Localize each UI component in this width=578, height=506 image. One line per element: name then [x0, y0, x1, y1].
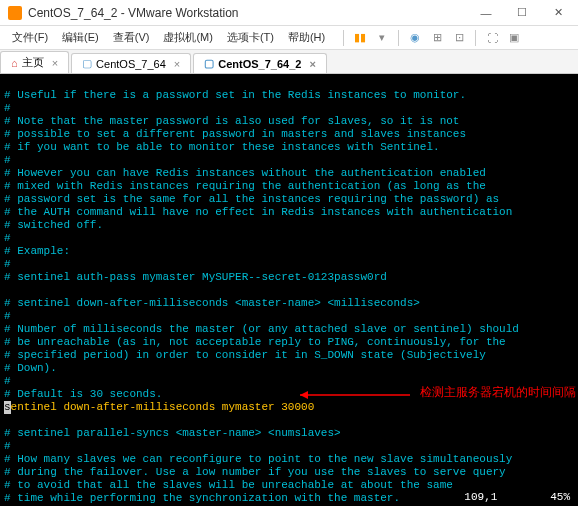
- close-icon[interactable]: ×: [309, 58, 315, 70]
- terminal-line: # switched off.: [4, 219, 103, 231]
- unity-icon[interactable]: ▣: [506, 30, 522, 46]
- terminal-line: # time while performing the synchronizat…: [4, 492, 400, 504]
- terminal-line: # specified period) in order to consider…: [4, 349, 486, 361]
- close-icon[interactable]: ×: [52, 57, 58, 69]
- scroll-percent: 45%: [550, 491, 570, 503]
- terminal[interactable]: # Useful if there is a password set in t…: [0, 74, 578, 506]
- menu-help[interactable]: 帮助(H): [282, 28, 331, 47]
- terminal-line: # if you want to be able to monitor thes…: [4, 141, 440, 153]
- close-button[interactable]: ✕: [546, 3, 570, 23]
- minimize-button[interactable]: —: [474, 3, 498, 23]
- terminal-line: #: [4, 232, 11, 244]
- terminal-cursor-char: s: [4, 401, 11, 414]
- separator: [398, 30, 399, 46]
- annotation-text: 检测主服务器宕机的时间间隔: [420, 386, 576, 399]
- terminal-line: # Example:: [4, 245, 70, 257]
- maximize-button[interactable]: ☐: [510, 3, 534, 23]
- terminal-line: # be unreachable (as in, not acceptable …: [4, 336, 506, 348]
- separator: [343, 30, 344, 46]
- vm-icon: ▢: [82, 57, 92, 70]
- terminal-line: # sentinel parallel-syncs <master-name> …: [4, 427, 341, 439]
- close-icon[interactable]: ×: [174, 58, 180, 70]
- app-icon: [8, 6, 22, 20]
- tab-label: CentOS_7_64_2: [218, 58, 301, 70]
- menu-tabs[interactable]: 选项卡(T): [221, 28, 280, 47]
- terminal-line: # password set is the same for all the i…: [4, 193, 499, 205]
- terminal-line: # Down).: [4, 362, 57, 374]
- window-controls: — ☐ ✕: [474, 3, 570, 23]
- tab-label: CentOS_7_64: [96, 58, 166, 70]
- menu-file[interactable]: 文件(F): [6, 28, 54, 47]
- terminal-line: # Note that the master password is also …: [4, 115, 459, 127]
- terminal-line: # Default is 30 seconds.: [4, 388, 162, 400]
- terminal-highlighted-line: entinel down-after-milliseconds mymaster…: [11, 401, 315, 413]
- terminal-line: # to avoid that all the slaves will be u…: [4, 479, 453, 491]
- annotation-arrow: [300, 388, 420, 402]
- terminal-line: # How many slaves we can reconfigure to …: [4, 453, 512, 465]
- tool-icon[interactable]: ⊡: [451, 30, 467, 46]
- menu-vm[interactable]: 虚拟机(M): [157, 28, 219, 47]
- terminal-line: # Useful if there is a password set in t…: [4, 89, 466, 101]
- tab-vm2[interactable]: ▢ CentOS_7_64_2 ×: [193, 53, 327, 73]
- vm-icon: ▢: [204, 57, 214, 70]
- window-title: CentOS_7_64_2 - VMware Workstation: [28, 6, 474, 20]
- tab-vm1[interactable]: ▢ CentOS_7_64 ×: [71, 53, 191, 73]
- menu-edit[interactable]: 编辑(E): [56, 28, 105, 47]
- svg-marker-1: [300, 391, 308, 399]
- toolbar: ▮▮ ▾ ◉ ⊞ ⊡ ⛶ ▣: [341, 30, 522, 46]
- terminal-line: # sentinel auth-pass mymaster MySUPER--s…: [4, 271, 387, 283]
- fullscreen-icon[interactable]: ⛶: [484, 30, 500, 46]
- terminal-line: # Number of milliseconds the master (or …: [4, 323, 519, 335]
- snapshot-icon[interactable]: ◉: [407, 30, 423, 46]
- window-titlebar: CentOS_7_64_2 - VMware Workstation — ☐ ✕: [0, 0, 578, 26]
- terminal-line: # However you can have Redis instances w…: [4, 167, 486, 179]
- vim-status-bar: 109,1 45%: [451, 478, 570, 504]
- terminal-line: # sentinel down-after-milliseconds <mast…: [4, 297, 420, 309]
- terminal-line: #: [4, 102, 11, 114]
- terminal-line: # the AUTH command will have no effect i…: [4, 206, 512, 218]
- terminal-line: # mixed with Redis instances requiring t…: [4, 180, 486, 192]
- pause-icon[interactable]: ▮▮: [352, 30, 368, 46]
- tab-label: 主页: [22, 55, 44, 70]
- menu-view[interactable]: 查看(V): [107, 28, 156, 47]
- terminal-line: #: [4, 440, 11, 452]
- tab-home[interactable]: ⌂ 主页 ×: [0, 51, 69, 73]
- tabbar: ⌂ 主页 × ▢ CentOS_7_64 × ▢ CentOS_7_64_2 ×: [0, 50, 578, 74]
- cursor-position: 109,1: [464, 491, 497, 503]
- menubar: 文件(F) 编辑(E) 查看(V) 虚拟机(M) 选项卡(T) 帮助(H) ▮▮…: [0, 26, 578, 50]
- tool-icon[interactable]: ⊞: [429, 30, 445, 46]
- terminal-line: #: [4, 258, 11, 270]
- separator: [475, 30, 476, 46]
- home-icon: ⌂: [11, 57, 18, 69]
- terminal-line: # during the failover. Use a low number …: [4, 466, 506, 478]
- terminal-line: #: [4, 375, 11, 387]
- terminal-line: # possible to set a different password i…: [4, 128, 466, 140]
- dropdown-icon[interactable]: ▾: [374, 30, 390, 46]
- terminal-line: #: [4, 310, 11, 322]
- terminal-line: #: [4, 154, 11, 166]
